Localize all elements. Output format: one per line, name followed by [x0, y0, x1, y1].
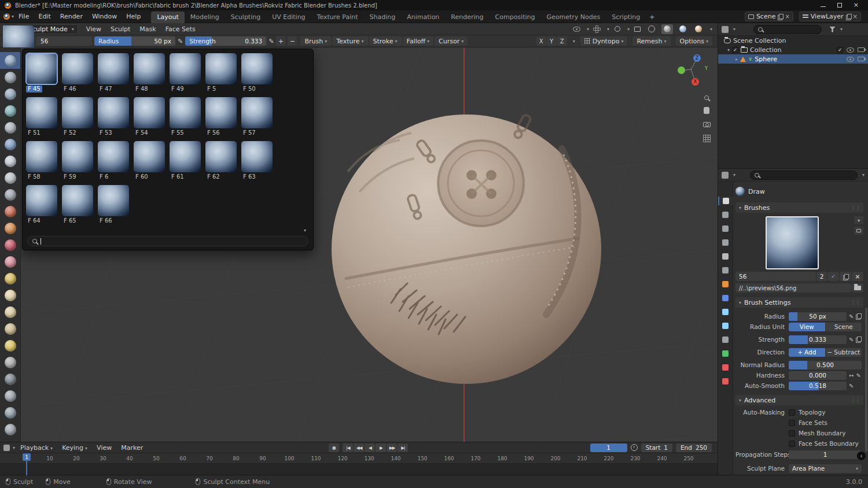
brush-item[interactable]: F 66	[97, 184, 133, 228]
brush-item[interactable]: F 58	[25, 140, 61, 184]
properties-tab-tool[interactable]	[718, 197, 733, 205]
workspace-tab-animation[interactable]: Animation	[401, 12, 445, 23]
expand-icon[interactable]: ▸	[735, 57, 738, 62]
tool-inflate[interactable]	[0, 153, 21, 169]
properties-tab-data[interactable]	[718, 349, 733, 358]
expand-icon[interactable]: ▾	[727, 47, 730, 53]
pressure-icon[interactable]: ✎	[849, 313, 854, 320]
shading-rendered-button[interactable]	[693, 24, 704, 34]
maximize-button[interactable]	[837, 3, 842, 8]
drag-grip-icon[interactable]: ⋮⋮	[851, 300, 860, 305]
gizmos-icon[interactable]	[593, 25, 601, 33]
tool-flatten[interactable]	[0, 220, 21, 236]
transport-next-keyframe-button[interactable]: ▶▶	[387, 443, 397, 452]
tool-pose[interactable]	[0, 371, 21, 387]
properties-tab-physics[interactable]	[718, 321, 733, 330]
tool-multiplane-scrape[interactable]	[0, 270, 21, 287]
navigation-gizmo[interactable]: Z X Y	[672, 53, 709, 88]
brush-item[interactable]: F 62	[204, 140, 240, 184]
brush-item[interactable]: F 55	[168, 96, 204, 140]
outliner-search-input[interactable]	[753, 25, 822, 34]
workspace-tab-compositing[interactable]: Compositing	[490, 12, 541, 23]
brush-item[interactable]: F 59	[61, 140, 97, 184]
tool-draw-sharp[interactable]	[0, 69, 21, 86]
outliner-row-collection[interactable]: ▾ ✓ Collection ✓	[718, 45, 868, 54]
pressure-icon[interactable]: ✎	[856, 372, 860, 379]
panel-header-brushes[interactable]: ▾ Brushes ⋮⋮	[735, 202, 863, 213]
gizmo-x-axis[interactable]: X	[692, 78, 699, 86]
camera-view-icon[interactable]	[701, 119, 712, 130]
invert-pressure-icon[interactable]: ↔	[849, 372, 854, 379]
properties-tab-texture[interactable]	[718, 377, 733, 386]
keying-menu[interactable]: Keying▾	[58, 443, 91, 452]
panel-toggle-button[interactable]: ‹	[856, 451, 866, 461]
properties-tab-material[interactable]	[718, 363, 733, 372]
workspace-tab-scripting[interactable]: Scripting	[606, 12, 646, 23]
timeline-editor-icon[interactable]	[3, 445, 10, 451]
properties-tab-world[interactable]	[718, 266, 733, 275]
tool-crease[interactable]	[0, 186, 21, 203]
browse-brush-icon[interactable]: ▾	[854, 216, 863, 224]
radius-unit-scene-button[interactable]: Scene	[826, 323, 862, 331]
timeline-ruler[interactable]: 1 10203040506070809010011012013014015016…	[0, 453, 718, 464]
scene-selector[interactable]: Scene ×	[745, 12, 793, 21]
direction-subtract-button[interactable]: −Subtract	[826, 348, 862, 357]
clock-icon[interactable]	[631, 444, 638, 451]
tool-rotate[interactable]	[0, 404, 21, 421]
brush-name-field[interactable]: 56	[735, 272, 816, 281]
viewport-3d[interactable]: Z X Y F 45F 46F 47F 48F 49F 5F 50F 51F 5…	[21, 47, 718, 442]
playhead-badge[interactable]: 1	[23, 453, 31, 461]
workspace-tab-sculpting[interactable]: Sculpting	[225, 12, 266, 23]
pressure-radius-icon[interactable]: ✎	[178, 38, 183, 45]
shading-material-button[interactable]	[677, 24, 689, 34]
brush-dropdown[interactable]: Brush▾	[300, 36, 331, 46]
properties-tab-object[interactable]	[718, 280, 733, 289]
workspace-tab-uv-editing[interactable]: UV Editing	[266, 12, 311, 23]
tool-slide-relax[interactable]	[0, 421, 21, 438]
viewport-menu-sculpt[interactable]: Sculpt	[106, 24, 135, 34]
tool-elastic-deform[interactable]	[0, 320, 21, 337]
brush-item[interactable]: F 61	[168, 140, 204, 184]
stroke-dropdown[interactable]: Stroke▾	[369, 36, 402, 46]
add-workspace-button[interactable]: +	[646, 12, 658, 23]
playback-menu[interactable]: Playback▾	[16, 443, 57, 452]
brush-preview[interactable]	[766, 216, 819, 269]
view-menu[interactable]: View	[93, 443, 116, 452]
menu-file[interactable]: File	[14, 12, 34, 21]
workspace-tab-shading[interactable]: Shading	[364, 12, 402, 23]
unlink-scene-icon[interactable]: ×	[785, 13, 789, 20]
current-frame-field[interactable]: 1	[590, 443, 627, 452]
radius-unit-view-button[interactable]: View	[789, 323, 825, 331]
sculpt-plane-dropdown[interactable]: Area Plane ▾	[789, 464, 862, 473]
unified-strength-icon[interactable]	[856, 337, 860, 343]
falloff-dropdown[interactable]: Falloff▾	[403, 36, 434, 46]
dyntopo-dropdown[interactable]: Dyntopo ▾	[580, 36, 628, 46]
tool-clay[interactable]	[0, 86, 21, 102]
marker-menu[interactable]: Marker	[117, 443, 147, 452]
transport-jump-end-button[interactable]: ▶|	[398, 443, 408, 452]
users-count-button[interactable]: 2	[816, 272, 827, 281]
mirror-x-button[interactable]: X	[536, 36, 546, 46]
scrollbar[interactable]	[865, 308, 867, 452]
outliner-row-sphere[interactable]: ▸ ∨ Sphere	[718, 54, 868, 64]
pressure-strength-icon[interactable]: ✎	[269, 38, 274, 45]
texture-dropdown[interactable]: Texture▾	[332, 36, 367, 46]
gizmo-y-ball[interactable]	[678, 66, 685, 74]
brush-search-input[interactable]	[27, 236, 308, 246]
viewport-menu-face-sets[interactable]: Face Sets	[161, 24, 200, 34]
brush-item[interactable]: F 48	[133, 52, 168, 96]
viewlayer-selector[interactable]: ViewLayer ×	[799, 12, 861, 21]
hide-viewport-icon[interactable]	[847, 47, 854, 53]
checkbox-face-sets-boundary[interactable]	[789, 441, 795, 447]
brush-number-field[interactable]: 56	[36, 36, 92, 46]
transport-prev-keyframe-button[interactable]: ◀◀	[354, 443, 364, 452]
image-path-field[interactable]: //..\previews\56.png	[735, 283, 851, 293]
close-button[interactable]: ×	[854, 2, 859, 8]
checkbox-mesh-boundary[interactable]	[789, 430, 795, 437]
properties-tab-modifiers[interactable]	[718, 294, 733, 302]
brush-item[interactable]: F 6	[97, 140, 133, 184]
brush-item[interactable]: F 5	[204, 52, 240, 96]
mirror-y-button[interactable]: Y	[547, 36, 557, 46]
object-visibility-icon[interactable]	[573, 25, 581, 33]
brush-item[interactable]: F 53	[97, 96, 133, 140]
